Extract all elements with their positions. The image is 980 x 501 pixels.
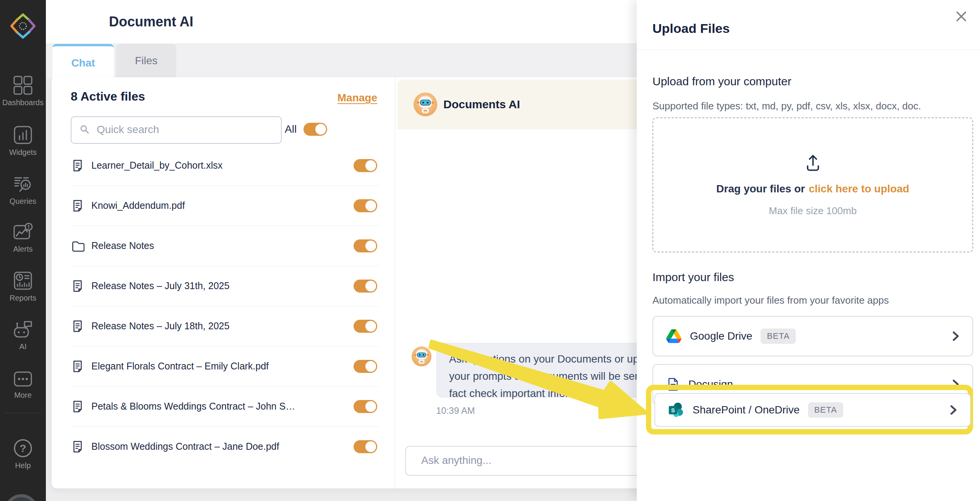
all-toggle[interactable] xyxy=(303,123,327,136)
alerts-icon xyxy=(13,222,33,242)
import-files-title: Import your files xyxy=(652,271,734,284)
app-root: Document AI Chat Files 8 Active files Ma… xyxy=(0,0,980,501)
sidebar-label: More xyxy=(14,391,32,399)
page-title: Document AI xyxy=(109,14,193,30)
message-line: Ask questions on your Documents or uploa… xyxy=(449,350,650,368)
file-toggle[interactable] xyxy=(354,239,377,252)
sidebar-label: Dashboards xyxy=(2,98,44,107)
chat-input[interactable] xyxy=(420,449,650,472)
sidebar: Dashboards Widgets xyxy=(0,0,46,501)
file-name: Elegant Florals Contract – Emily Clark.p… xyxy=(91,361,300,372)
upload-panel-title: Upload Files xyxy=(652,21,730,36)
chat-header: Documents AI xyxy=(398,80,650,129)
sharepoint-icon: S xyxy=(668,402,684,418)
file-toggle[interactable] xyxy=(354,320,377,333)
assistant-name: Documents AI xyxy=(443,98,520,111)
file-name: Blossom Weddings Contract – Jane Doe.pdf xyxy=(91,441,300,452)
file-row: Petals & Blooms Weddings Contract – John… xyxy=(71,386,380,427)
file-row: Knowi_Addendum.pdf xyxy=(71,185,380,226)
document-icon xyxy=(71,319,84,333)
chevron-right-icon xyxy=(950,405,957,415)
google-drive-icon xyxy=(666,329,681,343)
file-toggle[interactable] xyxy=(354,199,377,212)
file-toggle[interactable] xyxy=(354,159,377,172)
sidebar-item-ai[interactable]: AI xyxy=(0,319,46,351)
file-toggle[interactable] xyxy=(354,400,377,413)
beta-badge: BETA xyxy=(761,329,796,344)
sidebar-item-alerts[interactable]: Alerts xyxy=(0,222,46,254)
sidebar-item-help[interactable]: ? Help xyxy=(0,438,46,470)
document-icon xyxy=(71,279,84,293)
dashboards-icon xyxy=(13,75,33,95)
help-icon: ? xyxy=(13,438,33,458)
ai-robot-icon xyxy=(12,319,34,339)
search-input[interactable] xyxy=(96,119,273,141)
click-to-upload-link[interactable]: click here to upload xyxy=(809,183,909,195)
max-file-size: Max file size 100mb xyxy=(769,205,857,217)
sidebar-divider xyxy=(4,413,42,413)
document-icon xyxy=(71,400,84,413)
sidebar-item-widgets[interactable]: Widgets xyxy=(0,125,46,157)
integration-name: SharePoint / OneDrive xyxy=(693,404,800,416)
more-icon xyxy=(13,370,33,388)
dropzone-text: Drag your files orclick here to upload xyxy=(716,183,909,195)
chat-input-box[interactable] xyxy=(405,446,650,476)
file-row: Release Notes – July 31th, 2025 xyxy=(71,266,380,306)
sidebar-label: Reports xyxy=(10,294,36,302)
sidebar-item-dashboards[interactable]: Dashboards xyxy=(0,75,46,107)
sidebar-item-more[interactable]: More xyxy=(0,370,46,400)
tab-files-label: Files xyxy=(135,55,157,67)
upload-computer-title: Upload from your computer xyxy=(652,75,792,88)
assistant-message-bubble: Ask questions on your Documents or uploa… xyxy=(436,343,650,398)
file-name: Knowi_Addendum.pdf xyxy=(91,200,300,211)
supported-file-types: Supported file types: txt, md, py, pdf, … xyxy=(652,100,921,112)
close-icon[interactable] xyxy=(955,10,968,23)
sidebar-item-reports[interactable]: Reports xyxy=(0,271,46,303)
user-avatar[interactable] xyxy=(5,494,38,501)
queries-icon xyxy=(13,174,33,194)
file-dropzone[interactable]: Drag your files orclick here to upload M… xyxy=(652,117,973,252)
sidebar-label: AI xyxy=(19,342,27,351)
file-toggle[interactable] xyxy=(354,360,377,373)
beta-badge: BETA xyxy=(808,402,843,418)
sidebar-label: Queries xyxy=(10,197,36,205)
file-row: Release Notes xyxy=(71,226,380,266)
help-glyph: ? xyxy=(19,442,26,454)
file-row: Blossom Weddings Contract – Jane Doe.pdf xyxy=(71,426,380,467)
sharepoint-glyph: S xyxy=(671,407,675,413)
tab-files[interactable]: Files xyxy=(116,44,176,77)
manage-link[interactable]: Manage xyxy=(337,92,377,104)
assistant-avatar-small xyxy=(412,346,432,366)
assistant-avatar xyxy=(414,93,437,116)
integration-google-drive[interactable]: Google Drive BETA xyxy=(652,316,973,356)
integration-sharepoint-onedrive[interactable]: S SharePoint / OneDrive BETA xyxy=(654,393,971,427)
tab-chat[interactable]: Chat xyxy=(52,44,114,80)
app-logo xyxy=(8,11,37,43)
all-label: All xyxy=(285,123,297,135)
file-toggle[interactable] xyxy=(354,440,377,453)
folder-icon xyxy=(71,239,84,253)
main-card: 8 Active files Manage All Learner_Detail… xyxy=(52,77,650,488)
quick-search-box[interactable] xyxy=(71,116,282,144)
all-toggle-row: All xyxy=(285,116,380,142)
file-name: Release Notes – July 31th, 2025 xyxy=(91,280,300,291)
search-icon xyxy=(80,125,90,135)
panel-divider xyxy=(637,50,980,50)
drag-text: Drag your files or xyxy=(716,183,805,195)
active-files-pane: 8 Active files Manage All Learner_Detail… xyxy=(52,77,395,488)
sidebar-label: Help xyxy=(15,461,31,470)
file-name: Release Notes – July 18th, 2025 xyxy=(91,320,300,332)
sidebar-label: Widgets xyxy=(9,148,37,156)
document-icon xyxy=(71,359,84,373)
tab-chat-label: Chat xyxy=(71,57,95,69)
reports-icon xyxy=(13,271,33,291)
sidebar-item-queries[interactable]: Queries xyxy=(0,174,46,206)
integration-name: Google Drive xyxy=(690,330,752,342)
message-line: fact check important information. xyxy=(449,385,650,402)
file-toggle[interactable] xyxy=(354,280,377,293)
document-icon xyxy=(71,159,84,172)
widgets-icon xyxy=(13,125,33,145)
file-row: Learner_Detail_by_Cohort.xlsx xyxy=(71,145,380,186)
file-name: Release Notes xyxy=(91,240,300,251)
file-row: Release Notes – July 18th, 2025 xyxy=(71,306,380,346)
